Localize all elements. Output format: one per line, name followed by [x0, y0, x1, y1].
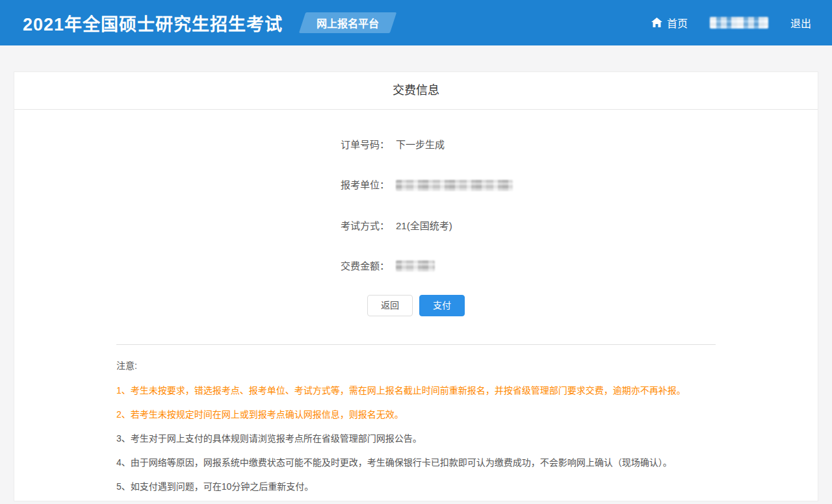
pay-button[interactable]: 支付: [419, 295, 465, 316]
form-row-target-unit: 报考单位：: [14, 179, 818, 191]
order-number-label: 订单号码：: [14, 140, 389, 149]
notes-list: 1、考生未按要求，错选报考点、报考单位、考试方式等，需在网上报名截止时间前重新报…: [116, 386, 716, 492]
back-button[interactable]: 返回: [367, 295, 413, 316]
app-title: 2021年全国硕士研究生招生考试: [23, 10, 283, 36]
platform-badge: 网上报名平台: [302, 12, 393, 33]
button-row: 返回 支付: [14, 295, 818, 316]
target-unit-label: 报考单位：: [14, 180, 389, 190]
payment-info-card: 交费信息 订单号码： 下一步生成 报考单位： 考试方式： 21(全国统考) 交费…: [14, 71, 818, 501]
order-number-value: 下一步生成: [396, 140, 445, 149]
home-icon: [651, 18, 662, 28]
exam-method-label: 考试方式：: [14, 221, 389, 231]
page: { "header": { "title": "2021年全国硕士研究生招生考试…: [0, 0, 832, 504]
payment-amount-value: [396, 260, 435, 272]
platform-badge-label: 网上报名平台: [317, 15, 379, 31]
form-row-order-number: 订单号码： 下一步生成: [14, 140, 818, 149]
note-item-3: 3、考生对于网上支付的具体规则请浏览报考点所在省级管理部门网报公告。: [116, 434, 716, 444]
main-content: 交费信息 订单号码： 下一步生成 报考单位： 考试方式： 21(全国统考) 交费…: [0, 71, 832, 501]
notes-heading: 注意:: [116, 361, 716, 371]
app-header: 2021年全国硕士研究生招生考试 网上报名平台 首页 退出: [0, 0, 832, 45]
note-item-4: 4、由于网络等原因，网报系统中缴费状态可能不能及时更改，考生确保银行卡已扣款即可…: [116, 458, 716, 468]
username-redacted: [710, 17, 768, 29]
payment-amount-redacted: [396, 260, 435, 271]
notes-section: 注意: 1、考生未按要求，错选报考点、报考单位、考试方式等，需在网上报名截止时间…: [116, 361, 716, 492]
note-item-2: 2、若考生未按规定时间在网上或到报考点确认网报信息，则报名无效。: [116, 410, 716, 420]
payment-amount-label: 交费金额：: [14, 261, 389, 271]
nav-home-link[interactable]: 首页: [651, 15, 688, 31]
header-nav: 首页 退出: [651, 15, 811, 31]
note-item-5: 5、如支付遇到问题，可在10分钟之后重新支付。: [116, 482, 716, 492]
form-row-exam-method: 考试方式： 21(全国统考): [14, 221, 818, 231]
payment-form: 订单号码： 下一步生成 报考单位： 考试方式： 21(全国统考) 交费金额：: [14, 110, 818, 271]
note-item-1: 1、考生未按要求，错选报考点、报考单位、考试方式等，需在网上报名截止时间前重新报…: [116, 386, 716, 396]
nav-home-label: 首页: [667, 15, 688, 31]
exam-method-value: 21(全国统考): [396, 221, 452, 231]
nav-logout-link[interactable]: 退出: [790, 15, 811, 31]
target-unit-value: [396, 179, 513, 191]
notes-divider: [116, 344, 716, 345]
form-row-payment-amount: 交费金额：: [14, 260, 818, 272]
target-unit-redacted: [396, 180, 513, 191]
page-title: 交费信息: [14, 72, 818, 110]
